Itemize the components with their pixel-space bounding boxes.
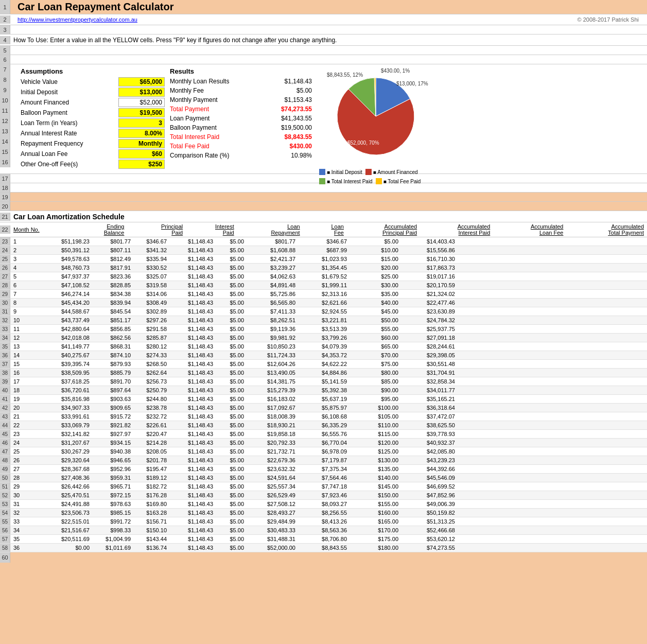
assumption-value-4[interactable]: 3: [118, 118, 165, 128]
cell-acc-fee: $115.00: [350, 430, 401, 438]
row-num-22: 22: [0, 225, 10, 234]
cell-acc-fee: $145.00: [350, 482, 401, 491]
cell-acc-principal: $30,483.33: [247, 526, 299, 534]
table-row: 32 $23,506.73 $985.15 $163.28 $1,148.43 …: [10, 509, 647, 517]
row-num-24: 24: [0, 246, 10, 254]
cell-acc-principal: $9,981.92: [247, 334, 299, 342]
assumption-value-3[interactable]: $19,500: [118, 108, 165, 117]
cell-loan-repayment: $1,148.43: [170, 290, 216, 298]
assumption-value-1[interactable]: $13,000: [118, 88, 165, 97]
table-row: 13 $41,149.77 $868.31 $280.12 $1,148.43 …: [10, 342, 647, 351]
table-row: 31 $24,491.88 $978.63 $169.80 $1,148.43 …: [10, 500, 647, 508]
row-num-56: 56: [0, 526, 10, 534]
cell-acc-interest: $6,978.09: [299, 447, 350, 456]
cell-acc-interest: $7,179.87: [299, 456, 350, 464]
cell-loan-repayment: $1,148.43: [170, 395, 216, 403]
assumption-value-5[interactable]: 8.00%: [118, 129, 165, 138]
cell-ending-balance: $49,578.63: [46, 255, 93, 263]
table-row: 22 $33,069.79 $921.82 $226.61 $1,148.43 …: [10, 421, 647, 429]
cell-acc-total: $23,630.89: [401, 307, 458, 316]
cell-acc-fee: $155.00: [350, 500, 401, 508]
cell-ending-balance: $44,588.67: [46, 307, 93, 316]
cell-month: 16: [10, 369, 46, 377]
assumption-value-8[interactable]: $250: [118, 160, 165, 169]
table-row: 28 $27,408.36 $959.31 $189.12 $1,148.43 …: [10, 474, 647, 482]
row-num-7: 7: [0, 64, 10, 75]
cell-principal-paid: $940.38: [93, 447, 134, 456]
row-num-49: 49: [0, 465, 10, 473]
cell-loan-repayment: $1,148.43: [170, 325, 216, 333]
cell-acc-interest: $7,923.46: [299, 491, 350, 499]
cell-month: 18: [10, 386, 46, 394]
cell-acc-interest: $3,799.26: [299, 334, 350, 342]
cell-loan-repayment: $1,148.43: [170, 281, 216, 289]
results-title: Results: [170, 67, 314, 75]
cell-principal-paid: $927.97: [93, 430, 134, 438]
cell-acc-principal: $7,411.33: [247, 307, 299, 316]
cell-month: 26: [10, 456, 46, 464]
cell-loan-repayment: $1,148.43: [170, 342, 216, 351]
assumption-label-0: Vehicle Value: [21, 78, 118, 85]
cell-acc-total: $17,863.73: [401, 264, 458, 272]
cell-acc-fee: $60.00: [350, 334, 401, 342]
row-num-2: 2: [0, 15, 10, 24]
cell-interest-paid: $262.64: [134, 369, 170, 377]
cell-loan-repayment: $1,148.43: [170, 316, 216, 324]
cell-acc-interest: $8,843.55: [299, 544, 350, 552]
amort-header-row: Month No. EndingBalance PrincipalPaid In…: [10, 222, 647, 237]
cell-acc-total: $38,625.50: [401, 421, 458, 429]
cell-acc-principal: $11,724.33: [247, 351, 299, 359]
table-row: 20 $34,907.33 $909.65 $238.78 $1,148.43 …: [10, 404, 647, 412]
row-num-footer: 60: [0, 552, 10, 563]
cell-loan-fee: $5.00: [216, 272, 247, 281]
assumption-row-7: Annual Loan Fee $60: [21, 149, 165, 159]
cell-loan-fee: $5.00: [216, 246, 247, 254]
result-row-3: Total Payment $74,273.55: [170, 105, 314, 113]
cell-acc-principal: $52,000.00: [247, 544, 299, 552]
cell-acc-principal: $3,239.27: [247, 264, 299, 272]
row-num-19: 19: [0, 193, 10, 201]
table-row: 30 $25,470.51 $972.15 $176.28 $1,148.43 …: [10, 491, 647, 499]
cell-loan-repayment: $1,148.43: [170, 255, 216, 263]
cell-month: 7: [10, 290, 46, 298]
assumption-label-8: Other One-off Fee(s): [21, 161, 118, 168]
cell-acc-interest: $4,884.86: [299, 369, 350, 377]
assumption-value-7[interactable]: $60: [118, 149, 165, 159]
cell-loan-fee: $5.00: [216, 237, 247, 246]
assumption-row-0: Vehicle Value $65,000: [21, 77, 165, 86]
cell-principal-paid: $998.33: [93, 526, 134, 534]
cell-ending-balance: $22,515.01: [46, 517, 93, 526]
row-num-15: 15: [0, 147, 10, 157]
cell-acc-total: $50,159.82: [401, 509, 458, 517]
cell-acc-principal: $1,608.88: [247, 246, 299, 254]
table-row: 24 $31,207.67 $934.15 $214.28 $1,148.43 …: [10, 439, 647, 447]
cell-ending-balance: $0.00: [46, 544, 93, 552]
row-num-32: 32: [0, 316, 10, 324]
cell-ending-balance: $40,275.67: [46, 351, 93, 359]
cell-acc-interest: $6,108.68: [299, 412, 350, 421]
cell-principal-paid: $946.65: [93, 456, 134, 464]
row-num-54: 54: [0, 509, 10, 517]
result-label-0: Monthly Loan Results: [170, 78, 268, 85]
cell-loan-repayment: $1,148.43: [170, 526, 216, 534]
row-num-16: 16: [0, 157, 10, 167]
cell-month: 25: [10, 447, 46, 456]
cell-acc-total: $28,244.61: [401, 342, 458, 351]
table-row: 36 $0.00 $1,011.69 $136.74 $1,148.43 $5.…: [10, 544, 647, 552]
result-value-4: $41,343.55: [268, 114, 314, 123]
cell-loan-fee: $5.00: [216, 264, 247, 272]
cell-month: 23: [10, 430, 46, 438]
cell-loan-fee: $5.00: [216, 290, 247, 298]
website-link[interactable]: http://www.investmentpropertycalculator.…: [13, 15, 142, 24]
pie-chart: $8,843.55, 12%$430.00, 1%$13,000, 17%$52…: [319, 67, 474, 165]
cell-loan-fee: $5.00: [216, 465, 247, 473]
chart-legend: ■ Initial Deposit ■ Amount Financed ■ To…: [319, 169, 474, 184]
assumption-value-0[interactable]: $65,000: [118, 77, 165, 86]
cell-ending-balance: $33,991.61: [46, 412, 93, 421]
assumption-value-6[interactable]: Monthly: [118, 139, 165, 148]
amort-rows-container: 23 1 $51,198.23 $801.77 $346.67 $1,148.4…: [0, 237, 647, 563]
cell-acc-total: $52,466.68: [401, 526, 458, 534]
cell-acc-principal: $27,508.12: [247, 500, 299, 508]
cell-acc-interest: $5,141.59: [299, 377, 350, 386]
cell-acc-fee: $110.00: [350, 421, 401, 429]
